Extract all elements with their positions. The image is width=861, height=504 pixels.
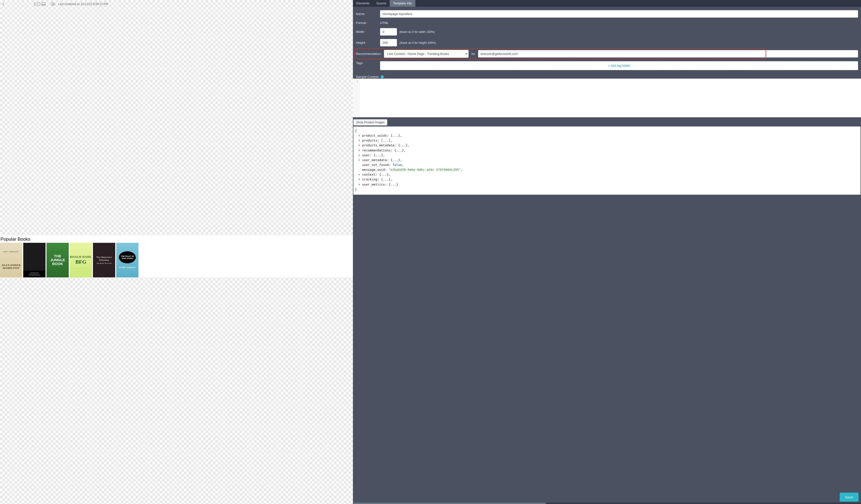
json-tree-line[interactable]: + recommendations: {...},: [355, 148, 859, 153]
book-cover: THE JUNGLE BOOK: [46, 243, 69, 277]
format-value: HTML: [380, 21, 388, 25]
json-tree-line[interactable]: + user_metrics: {...}: [355, 182, 859, 187]
width-input[interactable]: [380, 28, 397, 36]
json-tree-line[interactable]: + product_uuids: [...],: [355, 133, 859, 138]
format-label: Format:: [356, 21, 378, 25]
horizontal-scrollbar[interactable]: [353, 503, 861, 504]
desktop-icon[interactable]: [42, 2, 45, 5]
tags-label: Tags:: [356, 61, 378, 70]
add-tag-folder-button[interactable]: + Add tag folder: [380, 61, 858, 70]
show-product-images-button[interactable]: Show Product Images: [353, 119, 387, 126]
save-button[interactable]: Save: [840, 493, 859, 502]
json-tree-line[interactable]: + products: [...],: [355, 138, 859, 143]
tab-template-info[interactable]: Template Info: [390, 0, 415, 7]
name-input[interactable]: [380, 10, 858, 18]
preview-title: Popular Books: [0, 236, 353, 243]
book-cover: THE FAULT IN OUR STARS JOHN GREEN: [116, 243, 138, 277]
for-user-input[interactable]: [478, 50, 858, 58]
json-tree-line[interactable]: + user: {...},: [355, 153, 859, 158]
json-tree-line: user_not_found: false,: [355, 163, 859, 167]
book-cover: RON CHERNOW ALEXANDER HAMILTON: [0, 243, 22, 277]
json-tree[interactable]: { + product_uuids: [...],+ products: [..…: [353, 126, 861, 195]
height-input[interactable]: [380, 39, 397, 46]
phone-icon[interactable]: [34, 2, 36, 6]
json-brace-close: }: [355, 187, 859, 192]
eye-icon[interactable]: [51, 3, 55, 5]
preview-frame: Popular Books RON CHERNOW ALEXANDER HAMI…: [0, 235, 353, 277]
json-tree-line[interactable]: + tracking: {...},: [355, 177, 859, 182]
tabs-bar: Elements Source Template Info: [353, 0, 861, 7]
tab-elements[interactable]: Elements: [353, 0, 373, 7]
sample-context-label: Sample Context:: [356, 75, 379, 79]
recommendation-select[interactable]: Live Content - Home Page - Trending Book…: [384, 50, 469, 58]
height-label: Height:: [356, 41, 378, 44]
editor-gutter: 1: [353, 79, 360, 117]
book-cover: ALEXIS DE TOCQUEVILLE: [23, 243, 45, 277]
json-tree-line[interactable]: + context: {...},: [355, 172, 859, 177]
width-label: Width:: [356, 30, 378, 33]
recommendation-label: Recommendation:: [356, 52, 382, 56]
sample-context-editor[interactable]: 1: [353, 79, 861, 117]
device-toggle-group: [34, 2, 45, 6]
info-icon[interactable]: i: [381, 75, 384, 79]
width-hint: (leave as 0 for width 100%): [399, 30, 435, 33]
json-tree-line: message_uuid: "e3ba5d39-9eba-4d6c-a54c-3…: [355, 167, 859, 172]
book-cover: ROALD DAHL BFG: [70, 243, 92, 277]
back-chevron-icon[interactable]: ‹: [1, 1, 5, 7]
book-row: RON CHERNOW ALEXANDER HAMILTON ALEXIS DE…: [0, 243, 353, 277]
tablet-icon[interactable]: [38, 2, 40, 6]
for-label: for: [471, 52, 476, 56]
json-brace-open: {: [355, 128, 859, 133]
json-tree-line[interactable]: + user_metadata: {...},: [355, 158, 859, 163]
last-rendered-label: Last rendered at: 01/12/22 9:56:13 PM: [58, 2, 108, 6]
book-cover: The Omnivore's Dilemma MICHAEL POLLAN: [93, 243, 115, 277]
editor-body[interactable]: [360, 79, 861, 117]
height-hint: (leave as 0 for height 100%): [399, 41, 436, 44]
name-label: Name:: [356, 12, 378, 16]
tab-source[interactable]: Source: [373, 0, 390, 7]
json-tree-line[interactable]: + products_metadata: {...},: [355, 143, 859, 148]
